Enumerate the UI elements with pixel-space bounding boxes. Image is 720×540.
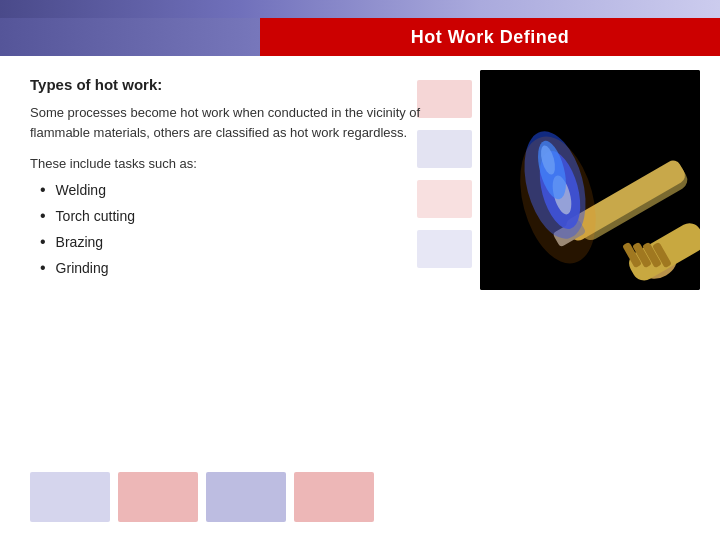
list-item-label: Grinding [56,260,109,276]
description-text: Some processes become hot work when cond… [30,103,470,142]
list-item: Grinding [40,259,690,277]
title-bar-left [0,18,260,56]
list-item: Brazing [40,233,690,251]
bottom-square-3 [206,472,286,522]
types-heading: Types of hot work: [30,76,690,93]
bottom-square-4 [294,472,374,522]
list-item: Torch cutting [40,207,690,225]
slide-title: Hot Work Defined [411,27,570,48]
list-item-label: Brazing [56,234,103,250]
bottom-square-2 [118,472,198,522]
list-item-label: Torch cutting [56,208,135,224]
list-item-label: Welding [56,182,106,198]
main-content: Types of hot work: Some processes become… [0,56,720,540]
include-text: These include tasks such as: [30,156,690,171]
bottom-square-1 [30,472,110,522]
bullet-list: Welding Torch cutting Brazing Grinding [40,181,690,277]
bottom-squares-row [30,472,700,522]
title-bar: Hot Work Defined [260,18,720,56]
list-item: Welding [40,181,690,199]
top-decorative-bar [0,0,720,18]
